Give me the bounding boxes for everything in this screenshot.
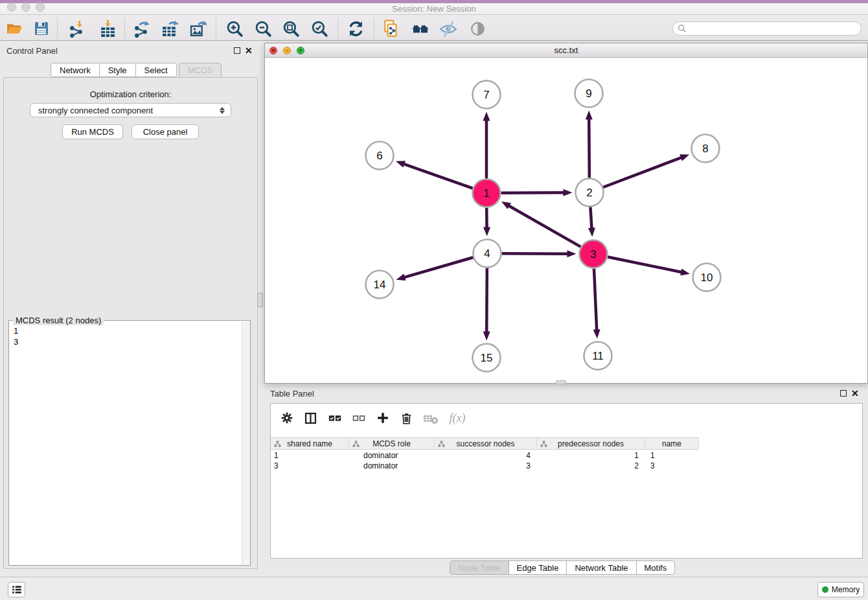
save-floppy-icon[interactable] (30, 17, 52, 40)
edge-arrowhead (680, 268, 690, 275)
mcds-result-value: 3 (14, 336, 241, 347)
deselect-all-checkboxes-icon[interactable] (347, 407, 371, 429)
show-columns-icon[interactable] (299, 407, 323, 429)
graph-node-label: 3 (590, 248, 596, 260)
list-icon (11, 584, 23, 595)
close-panel-icon[interactable]: ✕ (245, 47, 253, 54)
import-table-icon[interactable] (97, 17, 119, 40)
houses-icon[interactable] (409, 17, 431, 40)
open-folder-icon[interactable] (3, 17, 25, 40)
graph-node-label: 2 (586, 187, 592, 199)
network-canvas[interactable]: 7968124314101511 (265, 58, 867, 383)
vertical-splitter-handle[interactable] (257, 293, 263, 307)
graph-edge-4-14[interactable] (403, 257, 473, 277)
toolbar-separator (216, 17, 216, 39)
toolbar-separator (337, 17, 338, 39)
table-tab-motifs[interactable]: Motifs (636, 560, 676, 575)
main-titlebar[interactable]: Session: New Session (0, 3, 868, 15)
zoom-fit-icon[interactable] (280, 17, 302, 40)
export-table-icon[interactable] (159, 17, 181, 40)
graph-edge-4-3[interactable] (501, 253, 569, 254)
column-header-name[interactable]: name (645, 438, 699, 449)
destroy-table-icon[interactable] (418, 407, 442, 429)
graph-edge-2-3[interactable] (590, 207, 591, 229)
column-header-predecessor-nodes[interactable]: predecessor nodes (537, 438, 645, 449)
table-row[interactable]: 1dominator411 (271, 450, 699, 461)
graph-edge-2-8[interactable] (603, 157, 683, 187)
settings-gear-icon[interactable] (275, 407, 299, 429)
control-tab-select[interactable]: Select (135, 63, 177, 77)
chevron-up-down-icon (218, 105, 226, 116)
export-network-icon[interactable] (130, 17, 152, 40)
column-header-successor-nodes[interactable]: successor nodes (435, 438, 537, 449)
run-mcds-button[interactable]: Run MCDS (62, 124, 123, 139)
zoom-in-icon[interactable] (223, 17, 246, 40)
edge-arrowhead (680, 154, 689, 161)
refresh-icon[interactable] (345, 17, 367, 40)
network-view-window[interactable]: ✕ − + scc.txt 7968124314101511 (264, 43, 868, 384)
search-field[interactable] (672, 21, 862, 36)
horizontal-splitter-handle[interactable] (556, 380, 566, 384)
table-row[interactable]: 3dominator323 (271, 461, 699, 471)
graph-edge-1-6[interactable] (402, 163, 472, 188)
function-builder-icon[interactable]: f(x) (442, 407, 472, 429)
graph-edge-3-1[interactable] (508, 205, 581, 247)
export-image-icon[interactable] (187, 17, 209, 40)
graph-edge-2-9[interactable] (589, 117, 589, 178)
search-input[interactable] (687, 24, 861, 33)
table-tab-edge-table[interactable]: Edge Table (508, 560, 567, 575)
table-cell: 2 (537, 461, 645, 471)
float-panel-icon[interactable] (234, 47, 240, 54)
task-history-button[interactable] (8, 582, 25, 597)
graph-edge-3-10[interactable] (608, 257, 683, 273)
table-cell: dominator (349, 461, 435, 471)
edge-arrowhead (501, 202, 511, 209)
criterion-value: strongly connected component (38, 106, 153, 115)
delete-column-icon[interactable] (394, 407, 418, 429)
close-panel-button[interactable]: Close panel (131, 124, 199, 139)
memory-button[interactable]: Memory (817, 582, 864, 597)
zoom-selected-icon[interactable] (308, 17, 330, 40)
criterion-dropdown[interactable]: strongly connected component (30, 103, 231, 117)
table-panel-window-buttons: ✕ (840, 390, 859, 397)
add-column-icon[interactable] (371, 407, 394, 429)
network-window-titlebar[interactable]: ✕ − + scc.txt (265, 43, 867, 58)
control-panel-tabs: NetworkStyleSelectMCDS (51, 63, 222, 77)
select-all-checkboxes-icon[interactable] (323, 407, 347, 429)
toolbar-separator (57, 17, 58, 39)
eye-icon[interactable] (466, 17, 488, 40)
graph-node-label: 4 (484, 248, 490, 260)
search-icon (678, 24, 687, 33)
edge-arrowhead (567, 250, 576, 257)
table-toolbar: f(x) (271, 404, 862, 432)
table-panel-tabs: Node TableEdge TableNetwork TableMotifs (450, 560, 675, 575)
graph-edge-4-15[interactable] (486, 268, 487, 333)
table-header-row: shared nameMCDS rolesuccessor nodesprede… (271, 437, 699, 450)
table-cell: 3 (435, 461, 537, 471)
column-header-shared-name[interactable]: shared name (271, 438, 349, 449)
result-scrollbar[interactable] (242, 321, 250, 564)
control-panel-window-buttons: ✕ (234, 47, 253, 54)
table-tab-node-table[interactable]: Node Table (450, 560, 509, 575)
mcds-result-list[interactable]: 13 (9, 323, 241, 565)
graph-edge-1-2[interactable] (501, 192, 565, 193)
float-table-panel-icon[interactable] (840, 390, 847, 397)
table-tab-network-table[interactable]: Network Table (566, 560, 636, 575)
import-network-icon[interactable] (65, 17, 87, 40)
graph-node-label: 7 (483, 89, 489, 101)
zoom-out-icon[interactable] (252, 17, 274, 40)
graph-node-label: 10 (701, 271, 713, 284)
table-cell: 1 (645, 450, 699, 461)
close-table-panel-icon[interactable]: ✕ (851, 390, 859, 397)
graph-edge-3-11[interactable] (594, 268, 597, 331)
control-tab-network[interactable]: Network (51, 63, 100, 77)
documents-network-icon[interactable] (380, 17, 402, 40)
memory-status-icon (822, 586, 828, 593)
eye-slash-icon[interactable] (437, 17, 459, 40)
table-cell: 3 (645, 461, 699, 471)
mcds-result-group: MCDS result (2 nodes) 13 (8, 320, 251, 566)
optimization-criterion-label: Optimization criterion: (4, 89, 257, 99)
column-header-MCDS-role[interactable]: MCDS role (349, 438, 435, 449)
control-tab-mcds[interactable]: MCDS (179, 63, 222, 77)
control-tab-style[interactable]: Style (99, 63, 136, 77)
